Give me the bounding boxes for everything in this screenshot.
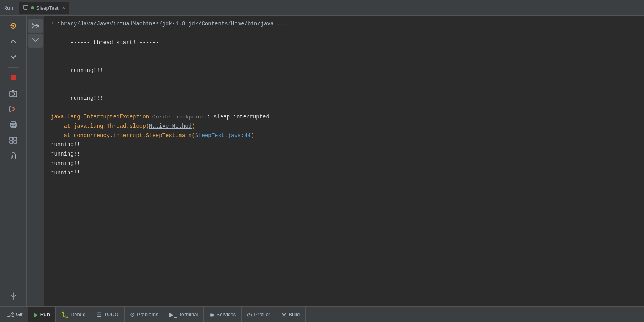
scroll-end-button[interactable]: [28, 34, 43, 48]
screenshot-button[interactable]: [6, 86, 20, 100]
run-label: Run:: [3, 5, 15, 11]
tab-title: SleepTest: [36, 5, 59, 11]
services-label: Services: [216, 311, 236, 317]
delete-button[interactable]: [6, 149, 20, 163]
svg-point-7: [12, 93, 14, 95]
console-line-exception: java.lang. InterruptedException Create b…: [51, 113, 638, 122]
status-todo[interactable]: ☰ TODO: [91, 307, 124, 322]
run-play-icon: ▶: [34, 311, 38, 318]
build-icon: ⚒: [281, 311, 286, 318]
console-line-thread: ------ thread start! ------: [51, 29, 638, 57]
svg-rect-14: [14, 137, 17, 140]
todo-label: TODO: [104, 311, 118, 317]
stack1-method[interactable]: Native Method: [149, 122, 192, 131]
scroll-down-button[interactable]: [6, 50, 20, 64]
main-area: /Library/Java/JavaVirtualMachines/jdk-1.…: [0, 16, 644, 306]
problems-icon: ⊘: [130, 311, 135, 318]
profiler-label: Profiler: [254, 311, 270, 317]
status-services[interactable]: ◉ Services: [204, 307, 242, 322]
build-label: Build: [288, 311, 300, 317]
status-profiler[interactable]: ◷ Profiler: [242, 307, 276, 322]
problems-label: Problems: [137, 311, 158, 317]
git-label: Git: [16, 311, 23, 317]
layout-button[interactable]: [6, 133, 20, 147]
restore-console-button[interactable]: [28, 19, 43, 33]
terminal-label: Terminal: [179, 311, 198, 317]
svg-rect-0: [23, 6, 28, 9]
console-line-path: /Library/Java/JavaVirtualMachines/jdk-1.…: [51, 20, 638, 29]
svg-point-4: [12, 25, 14, 27]
services-icon: ◉: [209, 311, 214, 318]
console-line-stack-2: at concurrency.interrupt.SleepTest.main(…: [51, 131, 638, 141]
status-problems[interactable]: ⊘ Problems: [125, 307, 164, 322]
exception-suffix: : sleep interrupted: [207, 113, 269, 122]
inner-toolbar: [27, 16, 44, 306]
left-toolbar: [0, 16, 27, 306]
console-line-running-5: running!!!: [51, 159, 638, 168]
status-run[interactable]: ▶ Run: [28, 307, 56, 322]
stack1-suffix: ): [192, 122, 195, 131]
status-terminal[interactable]: ▶_ Terminal: [164, 307, 204, 322]
stack2-prefix: at concurrency.interrupt.SleepTest.main(: [51, 131, 195, 141]
status-git[interactable]: ⎇ Git: [2, 307, 28, 322]
svg-rect-6: [10, 91, 17, 97]
tab-close-button[interactable]: ×: [62, 5, 65, 11]
stop-button[interactable]: [6, 71, 20, 85]
separator-1: [8, 67, 19, 68]
status-bar: ⎇ Git ▶ Run 🐛 Debug ☰ TODO ⊘ Problems ▶_…: [0, 306, 644, 322]
svg-rect-12: [12, 127, 14, 127]
status-debug[interactable]: 🐛 Debug: [56, 307, 91, 322]
console-line-stack-1: at java.lang.Thread.sleep( Native Method…: [51, 122, 638, 131]
run-label: Run: [40, 311, 50, 317]
svg-rect-15: [10, 141, 13, 143]
scroll-up-button[interactable]: [6, 34, 20, 48]
profiler-icon: ◷: [247, 311, 252, 318]
svg-rect-13: [10, 137, 13, 140]
print-button[interactable]: [6, 118, 20, 132]
tab-bar: Run: SleepTest ×: [0, 0, 644, 16]
console-line-running-4: running!!!: [51, 150, 638, 159]
run-status-dot: [31, 6, 34, 9]
debug-icon: 🐛: [61, 311, 69, 318]
svg-rect-5: [11, 75, 16, 80]
stack1-prefix: at java.lang.Thread.sleep(: [51, 122, 149, 131]
git-icon: ⎇: [7, 311, 14, 318]
console-line-running-3: running!!!: [51, 140, 638, 150]
console-line-running-6: running!!!: [51, 168, 638, 178]
exception-prefix: java.lang.: [51, 113, 84, 122]
stack2-link[interactable]: SleepTest.java:44: [195, 131, 251, 141]
svg-rect-9: [11, 122, 16, 124]
console-line-running-2: running!!!: [51, 85, 638, 113]
rerun-button[interactable]: [6, 19, 20, 33]
status-build[interactable]: ⚒ Build: [276, 307, 306, 322]
svg-rect-11: [12, 126, 14, 126]
svg-rect-16: [14, 141, 17, 143]
terminal-icon: ▶_: [169, 311, 177, 318]
console-output[interactable]: /Library/Java/JavaVirtualMachines/jdk-1.…: [44, 16, 644, 306]
stack2-suffix: ): [251, 131, 254, 141]
exception-class[interactable]: InterruptedException: [84, 113, 149, 122]
exception-tooltip: Create breakpoint: [149, 113, 207, 122]
console-line-running-1: running!!!: [51, 57, 638, 84]
pin-button[interactable]: [6, 289, 20, 303]
todo-icon: ☰: [97, 311, 102, 318]
sleep-test-tab[interactable]: SleepTest ×: [19, 2, 69, 14]
monitor-icon: [23, 5, 28, 10]
exit-button[interactable]: [6, 102, 20, 116]
debug-label: Debug: [71, 311, 85, 317]
